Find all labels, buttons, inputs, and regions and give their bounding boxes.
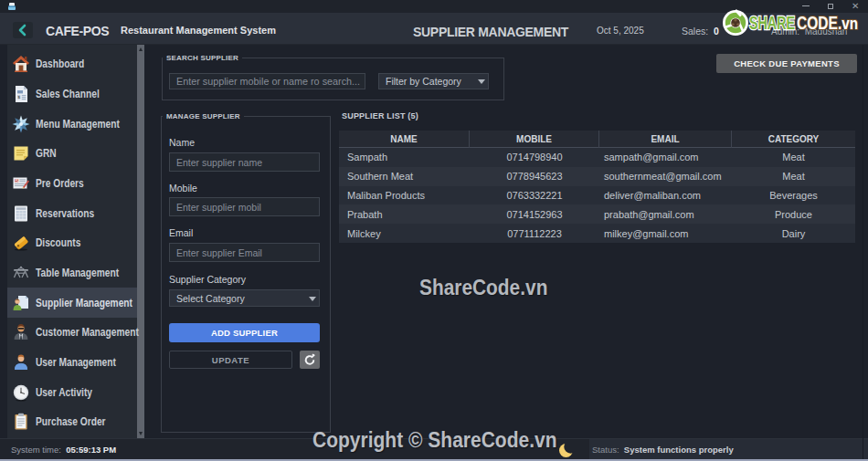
svg-text:.vn: .vn (838, 14, 858, 33)
svg-text:CODE: CODE (797, 12, 838, 33)
svg-text:SHARE: SHARE (749, 12, 795, 33)
svg-text:PO: PO (15, 179, 19, 183)
